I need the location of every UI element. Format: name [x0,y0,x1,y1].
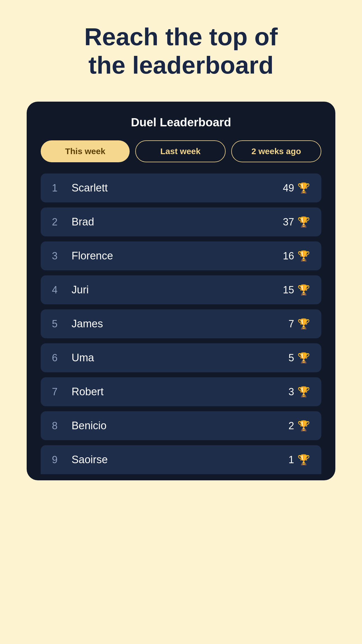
row-right: 2 🏆 [288,420,310,432]
trophy-icon-4: 🏆 [297,284,310,296]
score-9: 1 [288,454,294,466]
row-left: 4 Juri [52,284,89,296]
row-right: 49 🏆 [283,182,310,194]
row-right: 3 🏆 [288,386,310,398]
trophy-icon-5: 🏆 [297,318,310,330]
player-name-7: Robert [72,386,104,398]
row-right: 37 🏆 [283,216,310,228]
row-right: 1 🏆 [288,454,310,466]
rank-8: 8 [52,420,63,432]
trophy-icon-3: 🏆 [297,250,310,262]
table-row: 7 Robert 3 🏆 [41,377,321,406]
score-7: 3 [288,386,294,398]
leaderboard-list: 1 Scarlett 49 🏆 2 Brad 37 🏆 3 Florence [41,173,321,469]
rank-6: 6 [52,352,63,364]
trophy-icon-9: 🏆 [297,454,310,466]
player-name-6: Uma [72,352,94,364]
player-name-8: Benicio [72,420,107,432]
rank-1: 1 [52,182,63,194]
rank-4: 4 [52,284,63,296]
row-left: 9 Saoirse [52,454,108,466]
score-4: 15 [283,284,294,296]
row-left: 5 James [52,318,103,330]
tab-row: This week Last week 2 weeks ago [41,140,321,162]
rank-7: 7 [52,386,63,398]
rank-3: 3 [52,250,63,262]
table-row: 5 James 7 🏆 [41,309,321,338]
table-row: 1 Scarlett 49 🏆 [41,173,321,202]
rank-5: 5 [52,318,63,330]
row-left: 3 Florence [52,250,113,262]
row-right: 16 🏆 [283,250,310,262]
trophy-icon-7: 🏆 [297,386,310,398]
tab-last-week[interactable]: Last week [135,140,225,162]
tab-two-weeks-ago[interactable]: 2 weeks ago [231,140,321,162]
player-name-4: Juri [72,284,89,296]
table-row: 3 Florence 16 🏆 [41,241,321,270]
score-1: 49 [283,182,294,194]
player-name-2: Brad [72,216,94,228]
table-row: 4 Juri 15 🏆 [41,275,321,304]
trophy-icon-1: 🏆 [297,182,310,194]
row-right: 7 🏆 [288,318,310,330]
trophy-icon-6: 🏆 [297,352,310,364]
rank-2: 2 [52,216,63,228]
leaderboard-title: Duel Leaderboard [41,116,321,129]
row-left: 8 Benicio [52,420,107,432]
score-5: 7 [288,318,294,330]
rank-9: 9 [52,454,63,466]
row-left: 7 Robert [52,386,104,398]
trophy-icon-8: 🏆 [297,420,310,432]
row-right: 5 🏆 [288,352,310,364]
row-right: 15 🏆 [283,284,310,296]
row-left: 2 Brad [52,216,94,228]
player-name-5: James [72,318,103,330]
row-left: 1 Scarlett [52,182,108,194]
page-title: Reach the top of the leaderboard [69,22,293,79]
score-6: 5 [288,352,294,364]
player-name-9: Saoirse [72,454,108,466]
trophy-icon-2: 🏆 [297,216,310,228]
table-row: 8 Benicio 2 🏆 [41,411,321,440]
table-row: 9 Saoirse 1 🏆 [41,445,321,474]
tab-this-week[interactable]: This week [41,140,130,162]
score-8: 2 [288,420,294,432]
table-row: 6 Uma 5 🏆 [41,343,321,372]
score-2: 37 [283,216,294,228]
table-row: 2 Brad 37 🏆 [41,207,321,236]
player-name-3: Florence [72,250,113,262]
row-left: 6 Uma [52,352,94,364]
score-3: 16 [283,250,294,262]
player-name-1: Scarlett [72,182,108,194]
leaderboard-card: Duel Leaderboard This week Last week 2 w… [27,102,335,480]
